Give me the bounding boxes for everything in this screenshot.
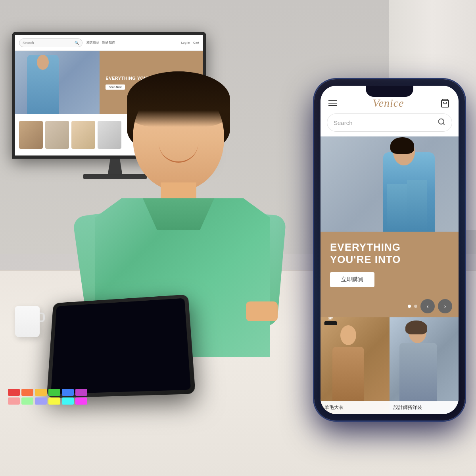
- main-scene: Search 🔍 精選商品 聯絡我們 Log In Cart: [0, 0, 476, 476]
- hamburger-line-3: [328, 105, 337, 106]
- phone-search-icon: [438, 118, 445, 128]
- swatch-green: [48, 389, 60, 396]
- monitor-nav-link-1[interactable]: 精選商品: [86, 40, 99, 45]
- phone-hero-title-line1: EVERYTHING: [330, 241, 449, 253]
- phone-hero-image: [321, 136, 459, 232]
- monitor-nav-right: Log In Cart: [181, 41, 199, 44]
- coffee-mug: [15, 306, 40, 337]
- product-label-1: 羊毛大衣: [321, 401, 390, 414]
- venice-logo[interactable]: Venice: [372, 97, 404, 109]
- monitor-suit-head: [37, 55, 49, 70]
- swatch-purple: [75, 389, 87, 396]
- product-badge-1: 優惠: [324, 321, 337, 325]
- cart-icon[interactable]: [440, 98, 451, 109]
- phone-notch: [366, 86, 413, 97]
- monitor-nav-links: 精選商品 聯絡我們: [86, 40, 115, 45]
- phone-mockup: Venice Search: [314, 79, 465, 420]
- phone-prev-button[interactable]: ‹: [420, 299, 435, 313]
- swatch-light-green: [21, 397, 33, 405]
- phone-fashion-figure: [371, 136, 451, 232]
- svg-point-1: [439, 119, 444, 124]
- product-label-2: 設計師搭洋裝: [390, 401, 459, 414]
- person-hair-top: [127, 71, 230, 127]
- swatch-red: [8, 389, 20, 396]
- phone-hero-section: EVERYTHING YOU'RE INTO 立即購買 ‹ ›: [321, 136, 459, 414]
- phone-product-grid: 優惠 羊毛大衣 設計師搭洋裝: [321, 317, 459, 414]
- phone-carousel-controls: ‹ ›: [321, 295, 459, 317]
- monitor-product-1[interactable]: [19, 121, 43, 149]
- hamburger-line-1: [328, 100, 337, 101]
- phone-fashion-hair: [390, 137, 414, 154]
- phone-suit-legs-2: [407, 180, 427, 232]
- mug-handle: [40, 313, 45, 322]
- carousel-dot-1: [408, 305, 411, 308]
- product1-figure-body: [332, 347, 364, 402]
- tablet-screen: [51, 298, 191, 394]
- person-hand-right: [246, 301, 278, 321]
- carousel-dot-2: [414, 305, 417, 308]
- phone-screen: Venice Search: [321, 86, 459, 414]
- monitor-search-icon: 🔍: [75, 41, 79, 45]
- swatch-blue: [62, 389, 74, 396]
- phone-product-card-2[interactable]: 設計師搭洋裝: [390, 317, 459, 414]
- phone-outer-shell: Venice Search: [314, 79, 465, 420]
- monitor-cart-link[interactable]: Cart: [193, 41, 199, 44]
- swatch-magenta: [75, 397, 87, 405]
- hamburger-line-2: [328, 103, 337, 104]
- swatch-yellow: [35, 389, 47, 396]
- phone-next-button[interactable]: ›: [438, 299, 452, 313]
- monitor-nav-link-2[interactable]: 聯絡我們: [102, 40, 115, 45]
- phone-search-placeholder: Search: [334, 119, 434, 126]
- phone-cta-button[interactable]: 立即購買: [330, 272, 374, 287]
- swatch-light-blue: [35, 397, 47, 405]
- color-swatches-area: [8, 389, 95, 405]
- phone-hero-title-line2: YOU'RE INTO: [330, 253, 449, 266]
- product2-figure-body: [399, 343, 437, 402]
- phone-hero-banner: EVERYTHING YOU'RE INTO 立即購買: [321, 232, 459, 295]
- product2-figure-hair: [405, 321, 427, 334]
- hamburger-menu[interactable]: [328, 100, 337, 106]
- swatch-orange: [21, 389, 33, 396]
- swatch-pink: [8, 397, 20, 405]
- swatch-light-yellow: [48, 397, 60, 405]
- monitor-search-text: Search: [23, 41, 34, 45]
- monitor-search-bar[interactable]: Search 🔍: [19, 38, 83, 47]
- monitor-login-link[interactable]: Log In: [181, 41, 190, 44]
- phone-product-card-1[interactable]: 優惠 羊毛大衣: [321, 317, 390, 414]
- swatch-cyan: [62, 397, 74, 405]
- svg-line-2: [443, 123, 445, 125]
- phone-suit-legs: [387, 184, 407, 232]
- phone-search-bar[interactable]: Search: [327, 113, 452, 132]
- tablet: [47, 294, 196, 398]
- monitor-product-2[interactable]: [45, 121, 69, 149]
